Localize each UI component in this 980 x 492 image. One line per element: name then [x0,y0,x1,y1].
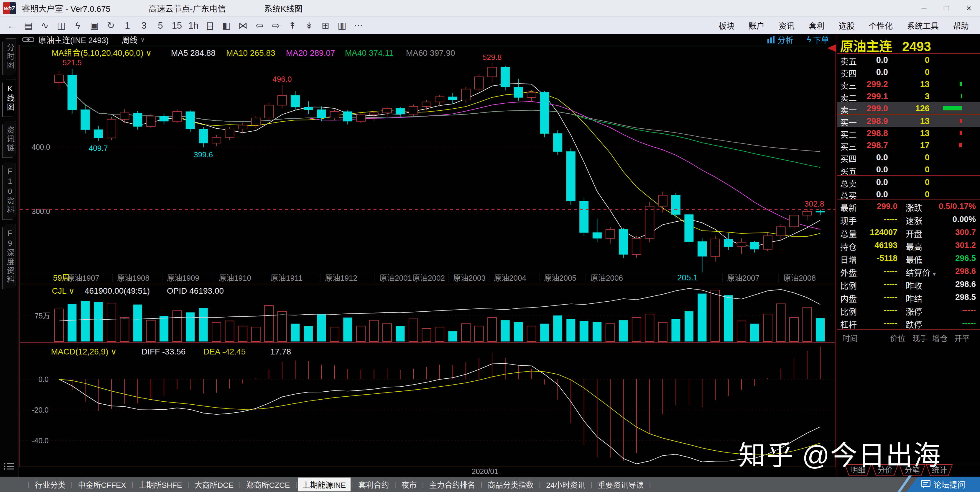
book-row-label: 买三 [840,141,857,152]
book-row[interactable]: 卖五0.00 [837,54,980,66]
chart-text: 17.78 [270,347,291,356]
back-icon[interactable]: ← [3,19,20,33]
bottom-tab-大商所DCE[interactable]: 大商所DCE [190,478,239,491]
bottom-tab-中金所CFFEX[interactable]: 中金所CFFEX [73,478,130,491]
book-row-label: 卖五 [840,55,857,67]
stat-value: ----- [884,305,897,315]
tab-separator: | [27,480,30,489]
save-icon[interactable]: ▣ [86,19,103,33]
compress-icon[interactable]: ◧ [218,19,235,33]
book-row-bar [960,119,962,123]
period-5min-button[interactable]: 5 [152,19,169,33]
analyze-button[interactable]: 分析 [767,34,793,45]
period-15min-button[interactable]: 15 [169,19,185,33]
tape-column-header: 现手 [913,332,928,343]
scroll-left-icon[interactable]: ⇦ [251,19,268,33]
period-1min-button[interactable]: 1 [119,19,135,33]
menu-board[interactable]: 板块 [711,20,741,31]
zoom-in-icon[interactable]: ↟ [284,19,301,33]
menu-help[interactable]: 帮助 [946,20,976,31]
stat-value: ----- [884,214,897,224]
book-row[interactable]: 买二298.813 [837,127,980,139]
bottom-tab-bar: |行业分类|中金所CFFEX|上期所SHFE|大商所DCE|郑商所CZCE|上期… [0,477,980,492]
bottom-tab-夜市[interactable]: 夜市 [397,478,422,491]
chevron-down-icon[interactable]: ∨ [141,36,145,43]
period-selector[interactable]: 周线 [122,34,138,45]
bottom-tab-上期所SHFE[interactable]: 上期所SHFE [134,478,187,491]
book-row[interactable]: 总买0.00 [837,188,980,200]
chart-text: -20.0 [32,406,49,414]
period-3min-button[interactable]: 3 [135,19,152,33]
bottom-tab-主力合约排名[interactable]: 主力合约排名 [425,478,480,491]
bottom-tab-上期能源INE[interactable]: 上期能源INE [298,478,350,491]
more-icon[interactable]: ⋯ [350,19,367,33]
book-row[interactable]: 买三298.717 [837,139,980,151]
bottom-tab-重要资讯导读[interactable]: 重要资讯导读 [593,478,648,491]
scroll-right-icon[interactable]: ⇨ [268,19,284,33]
book-row[interactable]: 卖四0.00 [837,66,980,78]
dropdown-icon[interactable]: ▾ [933,271,936,277]
menu-stock-pick[interactable]: 选股 [832,20,862,31]
book-row[interactable]: 卖三299.213 [837,78,980,90]
chart-text: 原油2006 [590,273,623,283]
chart-text: 496.0 [272,75,291,83]
menu-list-icon[interactable] [3,462,15,472]
stat-label: 总量 [840,228,857,240]
menu-account[interactable]: 账户 [741,20,772,31]
stat-value: 298.5 [955,292,976,302]
period-1hour-button[interactable]: 1h [185,19,202,33]
stat-label: 最新 [840,201,857,213]
sidebar-tab-kline[interactable]: K线图 [2,79,16,117]
zoom-out-icon[interactable]: ↡ [301,19,317,33]
sidebar-tab-f9-depth[interactable]: F9深度资料 [2,224,16,289]
toolbar-icons: ←▤∿◫ϟ▣↻135151h日◧⋈⇦⇨↟↡⊞▥⋯ [3,19,367,33]
order-button[interactable]: ϟ 下单 [807,34,829,45]
quote-list-icon[interactable]: ▤ [20,19,37,33]
bottom-tab-行业分类[interactable]: 行业分类 [30,478,70,491]
tape-column-header: 增仓 [932,332,948,343]
forum-ask-button[interactable]: 论坛提问 [906,477,980,492]
sidebar-tab-news-chain[interactable]: 资讯链 [2,121,16,158]
minimize-button[interactable]: – [913,0,935,16]
maximize-button[interactable]: □ [935,0,958,16]
book-row[interactable]: 总卖0.00 [837,175,980,188]
time-share-icon[interactable]: ∿ [37,19,53,33]
app-logo: wh7 [3,2,16,14]
menu-news[interactable]: 资讯 [772,20,802,31]
stat-row: 杠杆-----跌停----- [837,316,980,329]
refresh-icon[interactable]: ↻ [103,19,119,33]
stat-row: 总量124007开盘300.7 [837,225,980,238]
menu-system-tools[interactable]: 系统工具 [900,20,946,31]
period-day-button[interactable]: 日 [202,19,218,33]
book-row-label: 买一 [840,116,857,128]
cascade-icon[interactable]: ▥ [334,19,350,33]
book-row[interactable]: 买四0.00 [837,151,980,163]
expand-icon[interactable]: ⋈ [235,19,251,33]
book-row[interactable]: 卖二299.13 [837,90,980,102]
menu-arbitrage[interactable]: 套利 [802,20,832,31]
bottom-tab-郑商所CZCE[interactable]: 郑商所CZCE [242,478,295,491]
app-title: 睿期大户室 - Ver7.0.675 [22,2,110,14]
kline-icon[interactable]: ◫ [53,19,70,33]
sidebar-tab-time-chart[interactable]: 分时图 [2,38,16,75]
flash-order-icon[interactable]: ϟ [70,19,86,33]
close-button[interactable]: × [958,0,980,16]
stat-value: 0.5/0.17% [939,201,976,211]
panel-code: 2493 [902,39,931,54]
bottom-tab-套利合约[interactable]: 套利合约 [353,478,394,491]
menu-personalize[interactable]: 个性化 [862,20,900,31]
bottom-tab-24小时资讯[interactable]: 24小时资讯 [541,478,590,491]
book-row[interactable]: 买一298.913 [837,114,980,127]
grid-layout-icon[interactable]: ⊞ [317,19,334,33]
book-row-price: 298.7 [867,141,888,150]
title-bar: wh7 睿期大户室 - Ver7.0.675 高速云节点-广东电信 系统K线图 … [0,0,980,17]
sidebar-tab-f10[interactable]: F10资料 [2,162,16,220]
book-row[interactable]: 买五0.00 [837,163,980,175]
book-row[interactable]: 卖一299.0126 [837,102,980,114]
chart-text: 原油2003 [453,273,485,283]
book-row-volume: 3 [925,91,929,101]
kline-chart-canvas[interactable]: 400.0300.0521.5409.7399.6496.0529.8205.1… [18,45,837,477]
left-sidebar: 分时图K线图资讯链F10资料F9深度资料 [0,34,19,477]
tab-separator: | [294,480,298,489]
bottom-tab-商品分类指数[interactable]: 商品分类指数 [483,478,538,491]
